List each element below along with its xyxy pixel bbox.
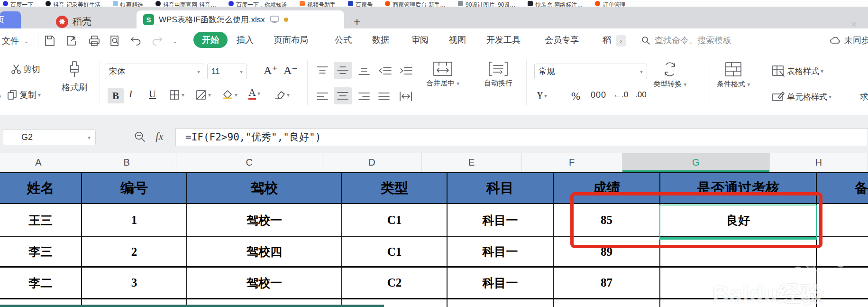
cell-c3[interactable]: 驾校四 (187, 237, 342, 268)
align-center-button[interactable] (334, 87, 352, 104)
increase-indent-icon[interactable] (398, 65, 413, 76)
ribbon-tab-docer-resources[interactable]: 稻 (603, 34, 611, 46)
column-header-d[interactable]: D (322, 153, 421, 172)
cell-g5[interactable] (660, 299, 817, 307)
cell-h4[interactable] (817, 268, 868, 299)
cell-d2[interactable]: C1 (342, 204, 448, 237)
more-quick-actions-icon[interactable]: ⌄ (173, 38, 177, 45)
tab-overflow-chevron-icon[interactable]: › (616, 35, 626, 47)
docer-home-tab[interactable]: ❋ 稻壳 (56, 15, 91, 28)
bookmark-item[interactable]: 特惠精选 (113, 0, 143, 7)
align-left-icon[interactable] (316, 91, 329, 102)
copy-button[interactable]: 复制 ▾ (7, 89, 41, 101)
share-screen-icon[interactable] (270, 15, 279, 24)
wrap-text-button[interactable]: 自动换行 (484, 61, 512, 88)
cell-e4[interactable]: 科目一 (448, 268, 554, 299)
shading-button[interactable]: ▾ (195, 89, 211, 101)
cell-h3[interactable] (817, 237, 868, 268)
bookmark-item[interactable]: 90设计图片_90设… (458, 0, 515, 7)
type-convert-button[interactable]: 类型转换 ▾ (653, 61, 686, 89)
bookmark-item[interactable]: 百度一下 (3, 0, 33, 7)
align-top-icon[interactable] (316, 65, 329, 76)
cell-c4[interactable]: 驾校一 (187, 268, 342, 299)
file-menu[interactable]: 文件⌄ (2, 35, 29, 47)
header-cell[interactable]: 姓名 (0, 172, 82, 204)
ribbon-tab-review[interactable]: 审阅 (411, 34, 429, 46)
font-size-select[interactable]: 11▾ (207, 64, 247, 79)
italic-button[interactable]: I (129, 88, 132, 100)
number-format-select[interactable]: 常规▾ (534, 64, 647, 79)
column-header-g-selected[interactable]: G (622, 153, 770, 172)
underline-button[interactable]: U (149, 88, 156, 100)
cell-c2[interactable]: 驾校一 (187, 204, 342, 237)
cell-b4[interactable]: 3 (82, 268, 187, 299)
align-bottom-icon[interactable] (357, 65, 371, 76)
cell-e5[interactable] (448, 299, 554, 307)
ribbon-tab-developer[interactable]: 开发工具 (486, 34, 521, 46)
column-header-b[interactable]: B (77, 153, 176, 172)
grow-font-button[interactable]: A⁺ (264, 64, 278, 77)
print-icon[interactable] (88, 35, 101, 47)
ribbon-tab-home[interactable]: 开始 (193, 32, 228, 48)
format-painter-button[interactable]: 格式刷 (62, 61, 87, 93)
header-cell[interactable]: 驾校 (187, 172, 342, 204)
cell-e2[interactable]: 科目一 (448, 204, 554, 237)
formula-input[interactable]: =IF(F2>90,"优秀","良好") (175, 128, 868, 146)
bookmark-item[interactable]: 商家管理后台-新手… (385, 0, 446, 7)
fill-color-button[interactable]: ▾ (222, 89, 238, 101)
print-preview-icon[interactable] (109, 35, 121, 47)
sum-button-clipped[interactable]: 求 (860, 91, 868, 102)
redo-icon[interactable] (151, 35, 163, 47)
cell-h5[interactable] (817, 299, 868, 307)
clear-format-button[interactable]: ▾ (274, 89, 290, 101)
cloud-sync-status[interactable]: 未同步 (830, 35, 868, 46)
column-header-c[interactable]: C (176, 153, 322, 172)
bookmark-item[interactable]: 百度一下，你就知道 (228, 0, 287, 7)
cell-e3[interactable]: 科目一 (448, 237, 554, 268)
paste-dropdown-clipped-icon[interactable]: ▾ (0, 93, 1, 100)
cell-b2[interactable]: 1 (82, 204, 187, 237)
bold-button[interactable]: B (108, 88, 124, 103)
justify-icon[interactable] (377, 91, 391, 102)
column-header-e[interactable]: E (422, 153, 522, 172)
zoom-formula-icon[interactable] (134, 130, 146, 143)
bookmark-item[interactable]: 订单管理 (595, 0, 625, 7)
new-tab-button[interactable]: + (354, 17, 360, 27)
cell-a2[interactable]: 王三 (0, 204, 82, 237)
borders-button[interactable]: ▾ (169, 89, 184, 101)
header-cell[interactable]: 编号 (82, 172, 187, 204)
column-header-a[interactable]: A (0, 153, 77, 172)
header-cell[interactable]: 备注 (817, 172, 868, 204)
currency-button[interactable]: ¥ ▾ (537, 89, 547, 102)
font-family-select[interactable]: 宋体▾ (105, 64, 204, 79)
cut-button[interactable]: 剪切 (10, 64, 40, 75)
cell-f5[interactable] (554, 299, 660, 307)
save-icon[interactable] (44, 35, 56, 47)
ribbon-tab-formulas[interactable]: 公式 (335, 34, 352, 46)
ribbon-tab-membership[interactable]: 会员专享 (545, 34, 579, 46)
column-header-h[interactable]: H (770, 153, 868, 172)
document-tab-active[interactable]: S WPS表格IF函数怎么使用.xlsx (137, 10, 344, 28)
cell-b3[interactable]: 2 (82, 237, 187, 268)
ribbon-tab-page-layout[interactable]: 页面布局 (274, 34, 308, 46)
cell-a3[interactable]: 李三 (0, 237, 82, 268)
partial-browser-tab[interactable]: 页 (0, 11, 21, 28)
merge-center-button[interactable]: 合并居中 ▾ (426, 61, 459, 88)
header-cell[interactable]: 类型 (342, 172, 448, 204)
header-cell[interactable]: 科目 (448, 172, 554, 204)
bookmark-item[interactable]: 抖音-记录美好生活 (46, 0, 101, 7)
font-color-button[interactable]: A ▾ (248, 87, 260, 100)
cell-g4[interactable] (660, 268, 817, 299)
cell-d4[interactable]: C2 (342, 268, 448, 299)
decrease-indent-icon[interactable] (377, 65, 393, 76)
cell-h2[interactable] (817, 204, 868, 237)
distribute-icon[interactable] (398, 91, 413, 102)
comma-style-button[interactable]: 000 (591, 90, 606, 100)
cell-d3[interactable]: C1 (342, 237, 448, 268)
ribbon-tab-insert[interactable]: 插入 (237, 34, 254, 46)
ribbon-tab-view[interactable]: 视图 (449, 34, 466, 46)
ribbon-tab-data[interactable]: 数据 (372, 34, 389, 46)
shrink-font-button[interactable]: A⁻ (283, 64, 298, 77)
column-header-f[interactable]: F (522, 153, 622, 172)
export-icon[interactable] (65, 35, 78, 47)
